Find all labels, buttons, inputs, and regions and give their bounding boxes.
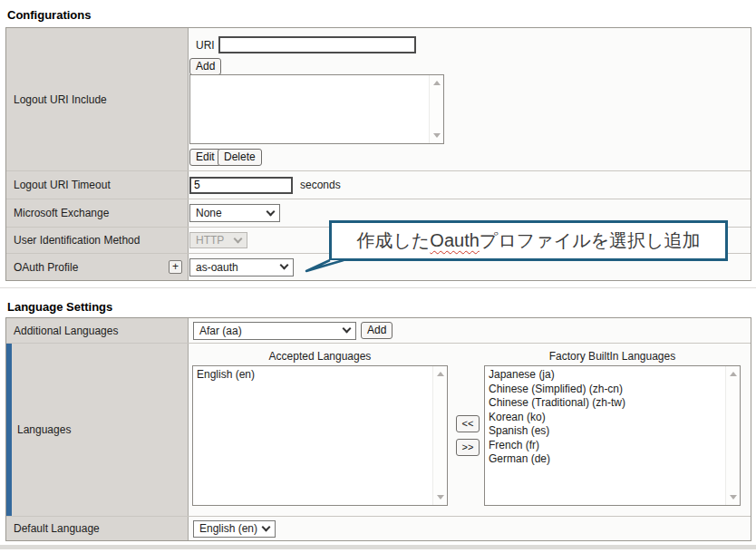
scrollbar[interactable] [429, 75, 443, 143]
language-settings-table: Additional Languages Afar (aa) Add Langu… [5, 317, 751, 541]
default-language-select[interactable]: English (en) [193, 520, 276, 538]
microsoft-exchange-label: Microsoft Exchange [6, 199, 189, 227]
callout-tail-icon [299, 251, 350, 276]
user-identification-method-label: User Identification Method [6, 228, 189, 253]
table-row: Logout URI Timeout seconds [6, 170, 751, 199]
list-item[interactable]: Korean (ko) [489, 411, 724, 425]
list-item[interactable]: Spanish (es) [489, 424, 724, 439]
uri-edit-button[interactable]: Edit [189, 149, 221, 166]
accepted-languages-header: Accepted Languages [192, 350, 448, 363]
timeout-input[interactable] [189, 177, 293, 194]
uri-input[interactable] [218, 36, 416, 53]
annotation-callout: 作成したOauth プロファイルを選択し追加 [329, 220, 728, 261]
scrollbar[interactable] [432, 366, 447, 505]
scroll-up-icon[interactable] [437, 372, 444, 376]
oauth-profile-expand-button[interactable]: + [169, 260, 182, 274]
language-settings-section-title: Language Settings [7, 300, 112, 314]
additional-languages-add-button[interactable]: Add [361, 322, 393, 339]
scroll-up-icon[interactable] [730, 372, 737, 376]
bottom-edge-strip [0, 545, 756, 549]
logout-uri-list-items [191, 76, 428, 142]
accepted-languages-listbox[interactable]: English (en) [192, 365, 448, 506]
factory-languages-listbox[interactable]: Japanese (ja)Chinese (Simplified) (zh-cn… [484, 365, 741, 506]
callout-text-prefix: 作成した [356, 228, 430, 253]
scroll-down-icon[interactable] [730, 495, 737, 500]
chevron-down-icon [267, 207, 276, 216]
factory-languages-items: Japanese (ja)Chinese (Simplified) (zh-cn… [486, 367, 724, 504]
additional-languages-select[interactable]: Afar (aa) [193, 322, 356, 340]
move-to-accepted-button[interactable]: << [456, 415, 480, 432]
additional-languages-label: Additional Languages [6, 318, 189, 343]
factory-languages-header: Factory BuiltIn Languages [484, 350, 741, 363]
user-identification-method-select: HTTP [189, 232, 247, 248]
section-divider [0, 287, 756, 288]
move-to-factory-button[interactable]: >> [456, 439, 480, 456]
uri-label: URI [196, 39, 215, 52]
callout-text-oauth: Oauth [430, 230, 479, 251]
chevron-down-icon [262, 522, 271, 531]
logout-uri-timeout-label: Logout URI Timeout [6, 171, 189, 199]
microsoft-exchange-select[interactable]: None [189, 204, 280, 222]
oauth-profile-select[interactable]: as-oauth [189, 258, 294, 276]
settings-page: Configurations Logout URI Include URI Ad… [0, 0, 756, 553]
chevron-down-icon [343, 325, 352, 334]
uri-delete-button[interactable]: Delete [218, 149, 262, 166]
list-item[interactable]: Chinese (Simplified) (zh-cn) [489, 383, 724, 397]
list-item[interactable]: English (en) [197, 368, 431, 383]
default-language-label: Default Language [6, 517, 189, 540]
additional-languages-content: Afar (aa) Add [189, 318, 751, 343]
scroll-down-icon[interactable] [433, 133, 441, 138]
timeout-unit: seconds [300, 179, 341, 191]
callout-text-suffix: プロファイルを選択し追加 [480, 228, 701, 253]
oauth-profile-label: OAuth Profile + [6, 254, 189, 280]
configurations-section-title: Configurations [7, 8, 91, 22]
scroll-down-icon[interactable] [437, 495, 444, 500]
logout-uri-timeout-content: seconds [189, 171, 751, 199]
logout-uri-include-label: Logout URI Include [6, 28, 189, 170]
table-row: Default Language English (en) [6, 516, 751, 540]
logout-uri-include-content: URI Add Edit Delete [189, 28, 751, 170]
table-row: Languages Accepted Languages English (en… [6, 343, 751, 516]
uri-add-button[interactable]: Add [189, 58, 221, 75]
accepted-languages-items: English (en) [194, 367, 431, 504]
chevron-down-icon [234, 234, 243, 243]
table-row: Additional Languages Afar (aa) Add [6, 318, 751, 343]
default-language-content: English (en) [189, 517, 751, 540]
chevron-down-icon [280, 261, 289, 270]
required-indicator-bar [6, 344, 12, 516]
table-row: Logout URI Include URI Add Edit Delete [6, 28, 751, 170]
languages-label: Languages [6, 344, 189, 516]
list-item[interactable]: French (fr) [489, 439, 724, 453]
uri-line: URI [196, 36, 416, 53]
list-item[interactable]: Japanese (ja) [489, 368, 724, 383]
languages-content: Accepted Languages English (en) << >> Fa… [189, 344, 751, 516]
scroll-up-icon[interactable] [433, 81, 441, 85]
list-item[interactable]: Chinese (Traditional) (zh-tw) [489, 396, 724, 411]
scrollbar[interactable] [725, 366, 740, 505]
logout-uri-listbox[interactable] [189, 74, 444, 144]
list-item[interactable]: German (de) [489, 452, 724, 467]
